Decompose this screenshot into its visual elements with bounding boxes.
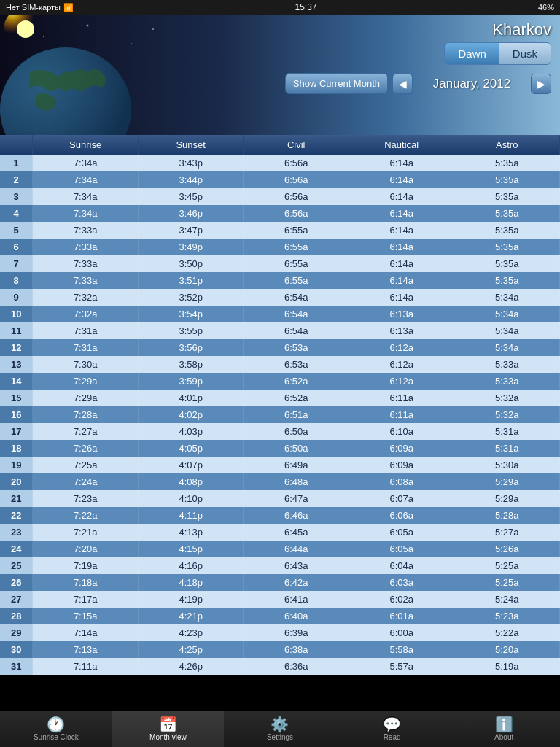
time-cell: 6:04a — [349, 557, 454, 574]
time-cell: 4:16p — [138, 557, 244, 574]
time-cell: 7:19a — [33, 557, 139, 574]
time-cell: 4:08p — [138, 473, 244, 490]
day-cell: 19 — [0, 457, 33, 473]
time-cell: 4:21p — [138, 608, 244, 624]
table-row: 147:29a3:59p6:52a6:12a5:33a — [0, 373, 560, 390]
time-cell: 7:24a — [33, 473, 139, 490]
tab-about[interactable]: ℹ️ About — [448, 711, 560, 747]
table-row: 237:21a4:13p6:45a6:05a5:27a — [0, 524, 560, 541]
table-row: 207:24a4:08p6:48a6:08a5:29a — [0, 473, 560, 490]
next-month-button[interactable]: ▶ — [531, 74, 551, 94]
time-cell: 5:28a — [454, 507, 560, 524]
time-cell: 5:35a — [454, 272, 560, 289]
settings-icon: ⚙️ — [271, 717, 289, 732]
carrier-label: Нет SIM-карты — [6, 3, 61, 12]
dawn-button[interactable]: Dawn — [445, 43, 499, 64]
time-cell: 3:47p — [138, 222, 244, 239]
time-cell: 4:15p — [138, 541, 244, 557]
table-row: 127:31a3:56p6:53a6:12a5:34a — [0, 339, 560, 356]
time-cell: 6:56a — [244, 188, 349, 205]
table-body: 17:34a3:43p6:56a6:14a5:35a27:34a3:44p6:5… — [0, 155, 560, 675]
time-cell: 4:03p — [138, 423, 244, 440]
table-row: 257:19a4:16p6:43a6:04a5:25a — [0, 557, 560, 574]
day-cell: 4 — [0, 205, 33, 222]
time-cell: 6:39a — [244, 624, 349, 641]
time-cell: 6:14a — [349, 205, 454, 222]
time-cell: 5:58a — [349, 641, 454, 658]
table-row: 27:34a3:44p6:56a6:14a5:35a — [0, 171, 560, 188]
time-cell: 5:19a — [454, 658, 560, 675]
table-row: 317:11a4:26p6:36a5:57a5:19a — [0, 658, 560, 675]
time-cell: 7:32a — [33, 289, 139, 306]
time-cell: 6:11a — [349, 406, 454, 423]
time-cell: 7:15a — [33, 608, 139, 624]
time-cell: 7:31a — [33, 322, 139, 339]
time-cell: 7:26a — [33, 440, 139, 457]
tab-settings-label: Settings — [267, 733, 293, 741]
day-cell: 29 — [0, 624, 33, 641]
svg-point-8 — [17, 20, 34, 38]
carrier-info: Нет SIM-карты 📶 — [6, 3, 74, 12]
table-row: 107:32a3:54p6:54a6:13a5:34a — [0, 306, 560, 322]
prev-month-button[interactable]: ◀ — [392, 74, 413, 94]
tab-read[interactable]: 💬 Read — [336, 711, 448, 747]
col-header-day — [0, 135, 33, 155]
day-cell: 14 — [0, 373, 33, 390]
time-cell: 7:18a — [33, 574, 139, 591]
time-cell: 5:31a — [454, 440, 560, 457]
day-cell: 21 — [0, 490, 33, 507]
time-cell: 7:29a — [33, 390, 139, 406]
time-cell: 5:34a — [454, 289, 560, 306]
time-cell: 6:13a — [349, 306, 454, 322]
day-cell: 16 — [0, 406, 33, 423]
time-cell: 5:26a — [454, 541, 560, 557]
table-row: 117:31a3:55p6:54a6:13a5:34a — [0, 322, 560, 339]
time-cell: 7:33a — [33, 239, 139, 255]
table-row: 287:15a4:21p6:40a6:01a5:23a — [0, 608, 560, 624]
time-cell: 6:50a — [244, 423, 349, 440]
day-cell: 12 — [0, 339, 33, 356]
day-cell: 26 — [0, 574, 33, 591]
dawn-dusk-toggle[interactable]: Dawn Dusk — [444, 42, 551, 65]
time-cell: 6:56a — [244, 171, 349, 188]
table-row: 37:34a3:45p6:56a6:14a5:35a — [0, 188, 560, 205]
time-cell: 6:10a — [349, 423, 454, 440]
time-cell: 6:44a — [244, 541, 349, 557]
time-cell: 3:56p — [138, 339, 244, 356]
time-cell: 6:09a — [349, 440, 454, 457]
time-cell: 7:23a — [33, 490, 139, 507]
time-cell: 5:31a — [454, 423, 560, 440]
time-cell: 5:23a — [454, 608, 560, 624]
table-row: 277:17a4:19p6:41a6:02a5:24a — [0, 591, 560, 608]
table-row: 267:18a4:18p6:42a6:03a5:25a — [0, 574, 560, 591]
svg-point-3 — [152, 28, 154, 30]
dusk-button[interactable]: Dusk — [499, 43, 551, 64]
day-cell: 20 — [0, 473, 33, 490]
tab-sunrise-clock[interactable]: 🕐 Sunrise Clock — [0, 711, 112, 747]
tab-month-view-label: Month view — [149, 733, 187, 741]
about-icon: ℹ️ — [495, 717, 513, 732]
time-cell: 6:05a — [349, 524, 454, 541]
time-cell: 6:03a — [349, 574, 454, 591]
time-cell: 5:35a — [454, 155, 560, 171]
time-cell: 7:25a — [33, 457, 139, 473]
show-current-month-button[interactable]: Show Current Month — [285, 73, 388, 94]
tab-settings[interactable]: ⚙️ Settings — [224, 711, 336, 747]
time-cell: 5:32a — [454, 406, 560, 423]
time-cell: 6:14a — [349, 289, 454, 306]
time-cell: 6:55a — [244, 239, 349, 255]
header-area: Kharkov Dawn Dusk Show Current Month ◀ J… — [0, 15, 560, 135]
time-cell: 5:33a — [454, 373, 560, 390]
time-cell: 6:01a — [349, 608, 454, 624]
time-cell: 6:06a — [349, 507, 454, 524]
time-cell: 6:42a — [244, 574, 349, 591]
tab-month-view[interactable]: 📅 Month view — [112, 711, 225, 747]
time-cell: 6:52a — [244, 373, 349, 390]
time-cell: 3:52p — [138, 289, 244, 306]
time-cell: 7:17a — [33, 591, 139, 608]
time-cell: 4:19p — [138, 591, 244, 608]
time-cell: 5:34a — [454, 339, 560, 356]
read-icon: 💬 — [383, 717, 401, 732]
table-row: 247:20a4:15p6:44a6:05a5:26a — [0, 541, 560, 557]
time-cell: 6:14a — [349, 222, 454, 239]
